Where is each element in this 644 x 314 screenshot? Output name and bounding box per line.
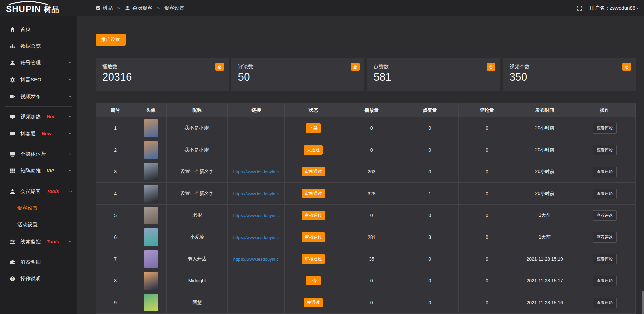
column-header: 发布时间 xyxy=(516,103,574,117)
sidebar-item[interactable]: 数据总览 › xyxy=(0,38,77,54)
doc-icon xyxy=(96,6,101,10)
view-comments-button[interactable]: 查看评论 xyxy=(593,298,617,308)
sidebar-item-label: 消费明细 xyxy=(20,259,41,265)
status-badge: 未通过 xyxy=(304,298,323,307)
sidebar-item-badge: Tools xyxy=(47,189,59,194)
sidebar-item[interactable]: 消费明细 › xyxy=(0,254,77,270)
cell-nickname: 设置一个新名字 xyxy=(166,183,227,205)
stat-card: 点赞数 581 总 xyxy=(367,58,500,91)
cell-comments: 0 xyxy=(459,270,516,292)
sidebar-item[interactable]: 抖音SEO › xyxy=(0,71,77,88)
stat-card: 播放数 20316 总 xyxy=(96,58,229,91)
cell-avatar xyxy=(135,183,166,205)
video-link[interactable]: https://www.iesdouyin.c xyxy=(233,191,279,196)
chevron-down-icon: › xyxy=(67,95,73,97)
sidebar-item[interactable]: 全媒体运营 › xyxy=(0,146,77,162)
avatar xyxy=(144,250,158,268)
cell-avatar xyxy=(135,226,166,248)
cell-likes: 3 xyxy=(401,226,459,248)
sidebar-item[interactable]: 账号管理 › xyxy=(0,54,77,71)
breadcrumb-separator: > xyxy=(157,6,160,11)
status-badge: 审核通过 xyxy=(302,167,325,176)
user-icon xyxy=(9,60,15,66)
sidebar-item[interactable]: 视频发布 › xyxy=(0,88,77,105)
cell-link xyxy=(227,270,285,292)
sidebar-subitem[interactable]: 活动设置 xyxy=(0,216,77,233)
cell-likes: 0 xyxy=(401,270,459,292)
column-header: 头像 xyxy=(135,103,166,117)
column-header: 操作 xyxy=(574,103,635,117)
column-header: 播放量 xyxy=(342,103,401,117)
stat-cards: 播放数 20316 总 评论数 50 总 点赞数 581 总 视频个数 350 … xyxy=(96,58,636,91)
breadcrumb-item[interactable]: 树品 xyxy=(96,5,113,11)
video-link[interactable]: https://www.iesdouyin.c xyxy=(233,257,279,262)
cell-time: 2021-11-28 15:19 xyxy=(516,248,574,270)
wallet-icon xyxy=(9,259,15,265)
svg-text:?: ? xyxy=(11,277,13,281)
avatar xyxy=(144,294,158,311)
comment-icon xyxy=(9,131,15,137)
video-link[interactable]: https://www.iesdouyin.c xyxy=(233,235,279,240)
sidebar-item[interactable]: 视频加热 Hot › xyxy=(0,108,77,125)
view-comments-button[interactable]: 查看评论 xyxy=(593,189,617,199)
sidebar-item[interactable]: 矩阵助推 VIP › xyxy=(0,162,77,179)
video-link[interactable]: https://www.iesdouyin.c xyxy=(233,213,279,218)
view-comments-button[interactable]: 查看评论 xyxy=(593,254,617,264)
chevron-down-icon: › xyxy=(67,116,73,117)
chevron-up-icon: › xyxy=(67,190,73,192)
cell-status: 下架 xyxy=(285,117,342,139)
stat-card-value: 350 xyxy=(509,71,629,83)
cell-action: 查看评论 xyxy=(574,161,635,183)
cell-plays: 281 xyxy=(342,226,401,248)
chevron-down-icon: › xyxy=(67,241,73,242)
cell-id: 7 xyxy=(96,248,135,270)
sidebar-item[interactable]: 首页 › xyxy=(0,21,77,38)
cell-comments: 0 xyxy=(459,139,516,161)
sidebar-item[interactable]: 会员爆客 Tools › xyxy=(0,183,77,200)
table-row: 3 设置一个新名字 https://www.iesdouyin.c 审核通过 2… xyxy=(96,161,636,183)
view-comments-button[interactable]: 查看评论 xyxy=(593,210,617,221)
fullscreen-icon[interactable] xyxy=(577,5,582,11)
cell-avatar xyxy=(135,205,166,226)
promo-settings-button[interactable]: 推广设置 xyxy=(96,34,126,46)
table-row: 1 我不是小帅! 下架 0 0 0 20小时前 查看评论 xyxy=(96,117,636,139)
sidebar-item[interactable]: ? 操作说明 › xyxy=(0,270,77,287)
sidebar-item-label: 视频加热 xyxy=(20,114,41,120)
cell-action: 查看评论 xyxy=(574,248,635,270)
breadcrumb-item[interactable]: 会员爆客 xyxy=(125,5,153,11)
sidebar-item[interactable]: 线索监控 Tools › xyxy=(0,233,77,250)
scrollbar-thumb[interactable] xyxy=(642,291,644,314)
sidebar-item-label: 抖客通 xyxy=(20,130,36,137)
cell-time: 20小时前 xyxy=(516,117,574,139)
cell-nickname: 设置一个新名字 xyxy=(166,161,227,183)
sliders-icon xyxy=(9,239,15,245)
cell-avatar xyxy=(135,248,166,270)
cell-time: 2021-11-28 15:16 xyxy=(516,292,574,314)
cell-plays: 328 xyxy=(342,183,401,205)
chevron-down-icon: › xyxy=(67,153,73,155)
view-comments-button[interactable]: 查看评论 xyxy=(593,145,617,155)
question-icon: ? xyxy=(9,276,15,282)
view-comments-button[interactable]: 查看评论 xyxy=(593,232,617,243)
view-comments-button[interactable]: 查看评论 xyxy=(593,276,617,286)
cell-action: 查看评论 xyxy=(574,270,635,292)
home-icon xyxy=(9,27,15,32)
cell-time: 20小时前 xyxy=(516,183,574,205)
cell-plays: 35 xyxy=(342,248,401,270)
avatar xyxy=(144,185,158,202)
monitor-icon xyxy=(9,114,15,120)
username-label[interactable]: 用户名：zswodun88 xyxy=(590,5,635,11)
chevron-down-icon: › xyxy=(67,78,73,80)
user-icon xyxy=(125,5,130,11)
breadcrumb-item[interactable]: 爆客设置 xyxy=(164,5,184,11)
view-comments-button[interactable]: 查看评论 xyxy=(593,123,617,134)
column-header: 点赞量 xyxy=(401,103,459,117)
cell-link: https://www.iesdouyin.c xyxy=(227,161,285,183)
video-link[interactable]: https://www.iesdouyin.c xyxy=(233,169,279,174)
view-comments-button[interactable]: 查看评论 xyxy=(593,167,617,177)
avatar xyxy=(144,141,158,159)
sidebar-subitem-active[interactable]: 爆客设置 xyxy=(0,200,77,216)
sidebar-item[interactable]: 抖客通 New › xyxy=(0,125,77,142)
table-header-row: 编号头像昵称链接状态播放量点赞量评论量发布时间操作 xyxy=(96,103,636,117)
breadcrumb-label: 爆客设置 xyxy=(164,5,184,11)
